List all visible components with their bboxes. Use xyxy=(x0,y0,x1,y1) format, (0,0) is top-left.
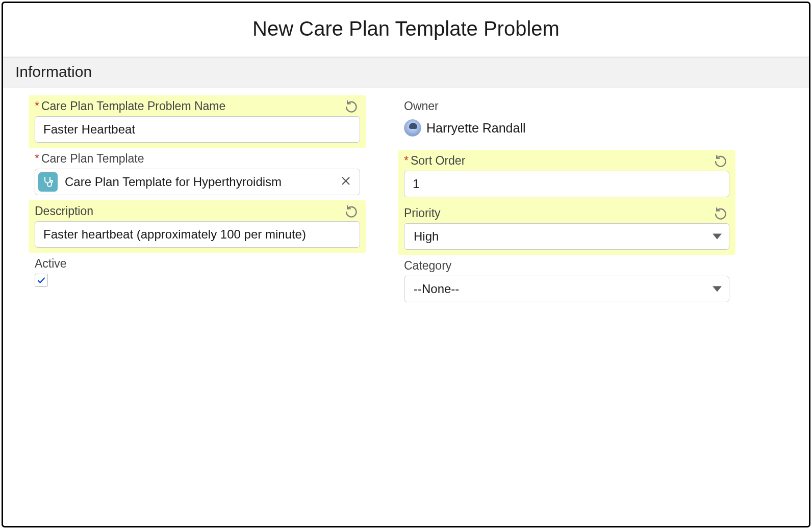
label-priority: Priority xyxy=(404,206,729,220)
required-asterisk: * xyxy=(404,154,409,167)
category-select[interactable]: --None-- xyxy=(404,276,729,302)
label-sort-order-text: Sort Order xyxy=(411,154,465,167)
label-problem-name: *Care Plan Template Problem Name xyxy=(35,99,360,113)
avatar xyxy=(404,119,421,137)
field-category: Category --None-- xyxy=(398,255,735,307)
label-problem-name-text: Care Plan Template Problem Name xyxy=(41,99,225,113)
priority-select[interactable]: High xyxy=(404,223,729,250)
label-sort-order: *Sort Order xyxy=(404,154,729,168)
label-care-plan-template: *Care Plan Template xyxy=(35,152,360,166)
care-plan-template-value: Care Plan Template for Hyperthyroidism xyxy=(65,175,333,189)
field-sort-order: *Sort Order xyxy=(398,150,735,202)
label-active: Active xyxy=(35,257,360,271)
dialog-frame: New Care Plan Template Problem Informati… xyxy=(2,2,810,527)
chevron-down-icon xyxy=(713,234,722,240)
form-body: *Care Plan Template Problem Name *Care P… xyxy=(3,88,809,307)
required-asterisk: * xyxy=(35,152,39,165)
right-column: Owner Harryette Randall *Sort Order Prio… xyxy=(398,95,735,307)
left-column: *Care Plan Template Problem Name *Care P… xyxy=(29,95,366,307)
label-owner: Owner xyxy=(404,99,729,113)
field-problem-name: *Care Plan Template Problem Name xyxy=(29,95,366,148)
owner-name: Harryette Randall xyxy=(426,121,526,136)
field-owner: Owner Harryette Randall xyxy=(398,95,735,150)
stethoscope-icon xyxy=(38,172,58,192)
label-description: Description xyxy=(35,204,360,218)
active-checkbox[interactable] xyxy=(35,274,48,287)
chevron-down-icon xyxy=(713,286,722,292)
description-input[interactable] xyxy=(35,221,360,248)
field-active: Active xyxy=(29,253,366,292)
sort-order-input[interactable] xyxy=(404,171,729,197)
undo-icon[interactable] xyxy=(346,204,359,218)
field-priority: Priority High xyxy=(398,202,735,255)
owner-row: Harryette Randall xyxy=(404,116,729,137)
dialog-title: New Care Plan Template Problem xyxy=(3,17,809,40)
label-category: Category xyxy=(404,259,729,273)
required-asterisk: * xyxy=(35,99,39,113)
label-care-plan-template-text: Care Plan Template xyxy=(41,152,144,165)
undo-icon[interactable] xyxy=(715,154,728,167)
problem-name-input[interactable] xyxy=(35,116,360,143)
care-plan-template-lookup[interactable]: Care Plan Template for Hyperthyroidism xyxy=(35,169,360,195)
field-care-plan-template: *Care Plan Template Care Plan Template f… xyxy=(29,148,366,200)
section-information: Information xyxy=(3,58,809,88)
undo-icon[interactable] xyxy=(346,99,359,113)
close-icon[interactable] xyxy=(340,175,353,189)
field-description: Description xyxy=(29,200,366,253)
category-value: --None-- xyxy=(414,282,459,296)
dialog-header: New Care Plan Template Problem xyxy=(3,3,809,58)
priority-value: High xyxy=(414,229,439,244)
undo-icon[interactable] xyxy=(715,206,728,220)
svg-point-0 xyxy=(50,180,53,182)
